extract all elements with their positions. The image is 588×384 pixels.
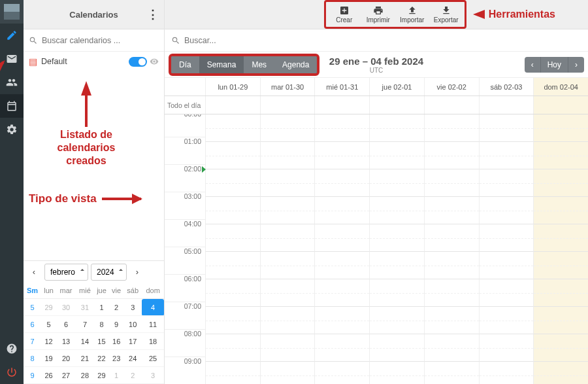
sidebar-search[interactable] — [24, 29, 164, 52]
sidebar-search-input[interactable] — [42, 36, 159, 45]
help-icon[interactable] — [0, 337, 24, 360]
visibility-icon[interactable] — [150, 57, 159, 66]
grid-cell[interactable] — [314, 279, 369, 307]
mini-day-cell[interactable]: 7 — [76, 316, 94, 333]
mini-day-cell[interactable]: 5 — [41, 316, 56, 333]
allday-cell[interactable] — [205, 96, 260, 114]
day-header[interactable]: vie 02-02 — [424, 78, 479, 96]
grid-cell[interactable] — [205, 252, 260, 279]
mini-day-cell[interactable]: 6 — [56, 316, 76, 333]
mini-day-cell[interactable]: 4 — [142, 299, 164, 316]
grid-cell[interactable] — [369, 224, 424, 252]
grid-cell[interactable] — [205, 114, 260, 142]
grid-cell[interactable] — [369, 362, 424, 384]
grid-cell[interactable] — [424, 142, 479, 169]
calendar-icon[interactable] — [0, 94, 24, 118]
grid-cell[interactable] — [260, 224, 315, 252]
mini-day-cell[interactable]: 23 — [109, 350, 123, 367]
day-header[interactable]: lun 01-29 — [205, 78, 260, 96]
mini-day-cell[interactable]: 18 — [142, 333, 164, 350]
grid-cell[interactable] — [260, 114, 315, 142]
allday-cell[interactable] — [479, 96, 534, 114]
grid-cell[interactable] — [424, 362, 479, 384]
grid-cell[interactable] — [369, 307, 424, 334]
grid-cell[interactable] — [260, 362, 315, 384]
print-button[interactable]: Imprimir — [361, 3, 395, 26]
mini-day-cell[interactable]: 1 — [94, 299, 109, 316]
grid-cell[interactable] — [424, 307, 479, 334]
grid-cell[interactable] — [205, 224, 260, 252]
grid-cell[interactable] — [314, 252, 369, 279]
mini-day-cell[interactable]: 20 — [56, 350, 76, 367]
grid-cell[interactable] — [533, 334, 588, 362]
mini-day-cell[interactable]: 13 — [56, 333, 76, 350]
grid-cell[interactable] — [533, 252, 588, 279]
grid-cell[interactable] — [424, 334, 479, 362]
grid-cell[interactable] — [314, 307, 369, 334]
week-number[interactable]: 9 — [24, 367, 41, 384]
grid-cell[interactable] — [424, 224, 479, 252]
grid-cell[interactable] — [260, 307, 315, 334]
grid-cell[interactable] — [369, 169, 424, 197]
grid-cell[interactable] — [260, 142, 315, 169]
mini-day-cell[interactable]: 29 — [41, 299, 56, 316]
mini-day-cell[interactable]: 15 — [94, 333, 109, 350]
week-number[interactable]: 7 — [24, 333, 41, 350]
week-number[interactable]: 5 — [24, 299, 41, 316]
view-agenda[interactable]: Agenda — [274, 56, 317, 73]
grid-cell[interactable] — [205, 142, 260, 169]
mini-day-cell[interactable]: 22 — [94, 350, 109, 367]
grid-cell[interactable] — [369, 114, 424, 142]
mini-day-cell[interactable]: 11 — [142, 316, 164, 333]
mini-day-cell[interactable]: 9 — [109, 316, 123, 333]
year-select[interactable]: 2024 — [91, 264, 127, 281]
grid-cell[interactable] — [479, 169, 534, 197]
sidebar-menu-icon[interactable]: ⋮ — [147, 0, 159, 29]
mini-day-cell[interactable]: 19 — [41, 350, 56, 367]
grid-cell[interactable] — [479, 142, 534, 169]
mini-day-cell[interactable]: 30 — [56, 299, 76, 316]
grid-cell[interactable] — [533, 362, 588, 384]
grid-cell[interactable] — [205, 279, 260, 307]
mini-day-cell[interactable]: 25 — [142, 350, 164, 367]
allday-cell[interactable] — [260, 96, 315, 114]
week-grid[interactable]: 00:0001:0002:0003:0004:0005:0006:0007:00… — [165, 114, 588, 384]
mini-day-cell[interactable]: 1 — [109, 367, 123, 384]
contacts-icon[interactable] — [0, 71, 24, 94]
grid-cell[interactable] — [533, 142, 588, 169]
grid-cell[interactable] — [369, 334, 424, 362]
grid-cell[interactable] — [205, 197, 260, 224]
main-search[interactable] — [165, 29, 588, 52]
prev-month-button[interactable]: ‹ — [26, 264, 42, 281]
grid-cell[interactable] — [314, 114, 369, 142]
allday-cell[interactable] — [369, 96, 424, 114]
create-button[interactable]: Crear — [327, 3, 361, 26]
week-number[interactable]: 8 — [24, 350, 41, 367]
grid-cell[interactable] — [479, 197, 534, 224]
prev-week-button[interactable]: ‹ — [525, 57, 540, 73]
grid-cell[interactable] — [260, 252, 315, 279]
mini-day-cell[interactable]: 3 — [123, 299, 142, 316]
mini-day-cell[interactable]: 2 — [123, 367, 142, 384]
mini-day-cell[interactable]: 2 — [109, 299, 123, 316]
grid-cell[interactable] — [533, 169, 588, 197]
calendar-item-default[interactable]: ▤ Default — [24, 52, 164, 71]
allday-cell[interactable] — [533, 96, 588, 114]
grid-cell[interactable] — [314, 224, 369, 252]
grid-cell[interactable] — [424, 197, 479, 224]
compose-icon[interactable] — [0, 24, 24, 47]
grid-cell[interactable] — [314, 362, 369, 384]
calendar-toggle[interactable] — [129, 57, 147, 67]
grid-cell[interactable] — [260, 197, 315, 224]
mini-day-cell[interactable]: 16 — [109, 333, 123, 350]
grid-cell[interactable] — [424, 114, 479, 142]
mini-day-cell[interactable]: 31 — [76, 299, 94, 316]
view-mes[interactable]: Mes — [244, 56, 274, 73]
day-header[interactable]: dom 02-04 — [533, 78, 588, 96]
grid-cell[interactable] — [533, 279, 588, 307]
mail-icon[interactable] — [0, 47, 24, 71]
grid-cell[interactable] — [314, 197, 369, 224]
grid-cell[interactable] — [479, 362, 534, 384]
today-button[interactable]: Hoy — [540, 57, 568, 73]
day-header[interactable]: sáb 02-03 — [479, 78, 534, 96]
